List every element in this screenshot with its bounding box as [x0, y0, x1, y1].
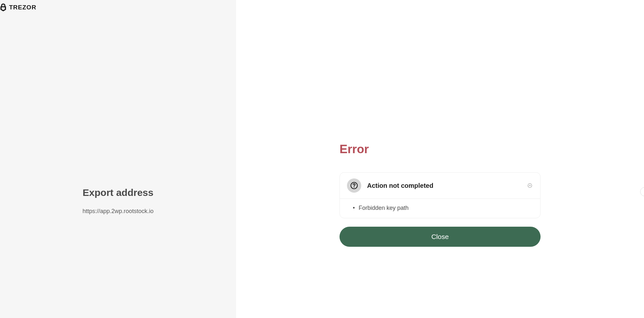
svg-point-2 — [528, 184, 532, 187]
error-heading: Error — [340, 142, 541, 156]
origin-url: https://app.2wp.rootstock.io — [82, 208, 153, 215]
question-icon — [347, 178, 361, 193]
error-card: Action not completed Forbidden key path — [340, 172, 541, 218]
error-list: Forbidden key path — [353, 205, 531, 211]
svg-point-1 — [354, 187, 355, 188]
export-address-title: Export address — [82, 187, 153, 198]
left-panel: TREZOR Export address https://app.2wp.ro… — [0, 0, 236, 318]
brand-name: TREZOR — [9, 4, 36, 11]
side-bubble — [640, 187, 644, 196]
close-button[interactable]: Close — [340, 227, 541, 247]
error-card-body: Forbidden key path — [340, 199, 540, 218]
trezor-lock-icon — [0, 3, 6, 12]
right-panel: Error Action not completed — [236, 0, 644, 318]
error-card-title: Action not completed — [367, 182, 433, 189]
error-block: Error Action not completed — [340, 142, 541, 247]
brand-logo: TREZOR — [0, 3, 36, 12]
chevron-up-icon[interactable] — [527, 183, 532, 188]
error-card-header[interactable]: Action not completed — [340, 173, 540, 199]
error-list-item: Forbidden key path — [353, 205, 531, 211]
left-content: Export address https://app.2wp.rootstock… — [82, 187, 153, 215]
